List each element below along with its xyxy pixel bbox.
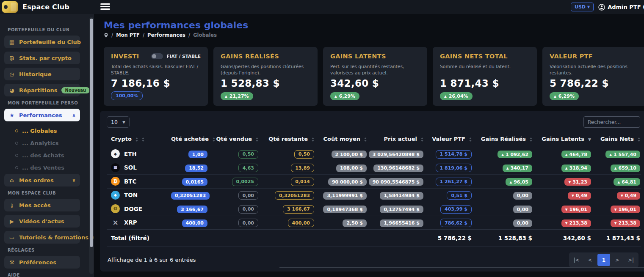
- pill-value: 0,50: [243, 151, 254, 157]
- sidebar-subitem-des-ventes[interactable]: ... des Ventes: [4, 162, 94, 174]
- pill-value: 786,62 $: [445, 220, 467, 226]
- page-size-select[interactable]: 10 ▼: [107, 116, 130, 128]
- qty-sold-badge: 0,00: [238, 205, 258, 214]
- arrow-up-icon: ▲: [565, 153, 568, 156]
- page-number-button[interactable]: 1: [597, 254, 610, 266]
- sidebar-item-label: Répartitions: [19, 87, 58, 93]
- sidebar-subitem-globales[interactable]: ... Globales: [4, 125, 94, 137]
- pie-chart-icon: ◕: [8, 87, 15, 93]
- column-header-gains-nets[interactable]: Gains Nets: [592, 131, 641, 147]
- column-header-label: Gains Réalisés: [481, 136, 526, 142]
- column-header-crypto[interactable]: Crypto: [107, 131, 170, 147]
- stat-card-title: GAINS LATENTS: [330, 53, 386, 60]
- video-icon: ▶: [8, 218, 15, 225]
- breadcrumb: / Mon PTF / Performances / Globales: [104, 32, 644, 38]
- column-header-qt-achet-e[interactable]: Qté achetée: [170, 131, 208, 147]
- sidebar-item-stats-par-crypto[interactable]: ₿Stats. par crypto: [4, 52, 80, 64]
- first-page-button[interactable]: |<: [570, 254, 583, 266]
- sidebar-subitem-label: ... Analytics: [22, 140, 58, 146]
- sidebar-item-mes-ordres[interactable]: ⌂Mes ordres∨: [4, 174, 80, 186]
- arrow-up-icon: ▲: [617, 180, 620, 184]
- sidebar-item-vid-os-d-actus[interactable]: ▶Vidéos d'actus: [4, 215, 80, 228]
- user-menu[interactable]: Admin PTF (jnowak: [598, 4, 644, 11]
- sidebar-item-performances[interactable]: ★Performances∧: [4, 109, 80, 121]
- bitcoin-icon: ₿: [8, 55, 15, 61]
- sidebar-item-portefeuille-du-club[interactable]: ▦Portefeuille du Club: [4, 36, 80, 48]
- sidebar-scrollbar[interactable]: [89, 17, 94, 274]
- pill-value: 0,014: [295, 179, 310, 184]
- footer-divider: [279, 267, 644, 268]
- sidebar-subitem-label: ... des Ventes: [22, 165, 64, 171]
- sidebar-item-historique[interactable]: ◷Historique: [4, 68, 80, 80]
- sort-icon: ▼: [588, 137, 591, 142]
- pill-value: 3,11999991 $: [327, 193, 363, 198]
- hamburger-menu-icon[interactable]: [100, 3, 110, 11]
- navbar-right: USD ▼ Admin PTF (jnowak: [571, 0, 644, 14]
- ptf-value-badge: 403,99 $: [440, 205, 472, 214]
- last-page-button[interactable]: >|: [625, 254, 637, 266]
- ptf-value-badge: 0,51 $: [447, 191, 472, 200]
- bullet-icon: [15, 154, 18, 157]
- qty-remaining-badge: 3 166,67: [283, 205, 314, 214]
- search-input[interactable]: [583, 116, 640, 128]
- column-header-label: Prix actuel: [384, 136, 417, 142]
- badge-text: 6,29%: [339, 93, 355, 99]
- stat-cards-row: INVESTIFIAT / STABLETotal des achats sai…: [104, 47, 644, 106]
- stat-card-value: 7 186,16 $: [111, 78, 201, 89]
- pill-value: 0,0025: [236, 179, 254, 184]
- doge-icon: Ð: [111, 204, 120, 213]
- column-header-co-t-moyen[interactable]: Coût moyen: [315, 131, 368, 147]
- current-price-badge: 130,96148682 $: [373, 165, 423, 172]
- stat-card-gains-r-alis-s: GAINS RÉALISÉSGains/pertes des positions…: [213, 47, 318, 106]
- qty-remaining-badge: 0,014: [291, 178, 314, 186]
- chevron-down-icon: ▼: [587, 5, 590, 9]
- table-footer: Affichage de 1 à 6 sur 6 entrées |<<1>>|: [107, 252, 640, 267]
- total-net: 1 871,43 $: [592, 230, 641, 247]
- column-header-qt-vendue[interactable]: Qté vendue: [208, 131, 259, 147]
- grid-icon: ▦: [8, 39, 15, 45]
- net-gains-badge: ▲659,10: [611, 165, 640, 172]
- badge-text: 6,29%: [558, 93, 575, 99]
- prev-page-button[interactable]: <: [584, 254, 597, 266]
- column-header-gains-r-alis-s[interactable]: Gains Réalisés: [473, 131, 533, 147]
- bullet-icon: [15, 166, 18, 169]
- column-header-gains-latents[interactable]: Gains Latents▼: [533, 131, 592, 147]
- qty-sold-badge: 0,00: [238, 219, 258, 227]
- crypto-cell-sol: ≡SOL: [107, 161, 170, 175]
- current-price-badge: 0,12757494 $: [380, 206, 423, 213]
- scrollbar-thumb[interactable]: [90, 19, 93, 247]
- sidebar-subitem-label: ... Globales: [22, 128, 57, 134]
- sidebar-item-r-partitions[interactable]: ◕RépartitionsNouveau: [4, 84, 80, 96]
- realized-gains-badge: ▲340,17: [503, 165, 532, 172]
- sidebar-section-label: RÉGLAGES: [8, 248, 91, 252]
- breadcrumb-separator: /: [111, 32, 113, 38]
- breadcrumb-mon-ptf[interactable]: Mon PTF: [116, 32, 140, 38]
- sidebar-subitem-des-achats[interactable]: ... des Achats: [4, 149, 94, 162]
- arrow-down-icon: ▼: [614, 221, 617, 225]
- fiat-stable-toggle[interactable]: FIAT / STABLE: [151, 53, 201, 59]
- currency-dropdown[interactable]: USD ▼: [571, 3, 594, 11]
- sidebar-item-tutoriels-formations[interactable]: ▭Tutoriels & formations∨: [4, 231, 80, 244]
- column-header-qt-restante[interactable]: Qté restante: [259, 131, 315, 147]
- pill-value: 0,32051283: [175, 193, 206, 198]
- sidebar-item-mes-acc-s[interactable]: ⚷Mes accès: [4, 199, 80, 211]
- sort-icon: [364, 137, 367, 142]
- next-page-button[interactable]: >: [611, 254, 624, 266]
- sidebar-subitem-analytics[interactable]: ... Analytics: [4, 137, 94, 149]
- arrow-down-icon: ▼: [568, 180, 571, 184]
- qty-bought-badge: 1,00: [188, 151, 207, 158]
- pill-value: 340,17: [511, 165, 528, 171]
- column-header-valeur-ptf[interactable]: Valeur PTF: [424, 131, 473, 147]
- pill-value: 0,51 $: [451, 193, 467, 198]
- total-label: Total (filtré): [107, 230, 424, 247]
- pill-value: 0,50: [299, 151, 310, 157]
- breadcrumb-performances[interactable]: Performances: [147, 32, 185, 38]
- arrow-down-icon: ▼: [614, 208, 617, 211]
- column-header-prix-actuel[interactable]: Prix actuel: [368, 131, 424, 147]
- latent-gains-badge: ▼196,01: [561, 206, 591, 213]
- qty-remaining-badge: 0,50: [294, 150, 314, 159]
- sidebar-section-label: AIDE: [8, 273, 91, 277]
- sidebar-item-pr-f-rences[interactable]: ⚒Préférences: [4, 256, 80, 269]
- table-row-sol: ≡SOL18,524,6313,89108,00 $130,96148682 $…: [107, 161, 641, 175]
- qty-sold-badge: 4,63: [238, 164, 258, 172]
